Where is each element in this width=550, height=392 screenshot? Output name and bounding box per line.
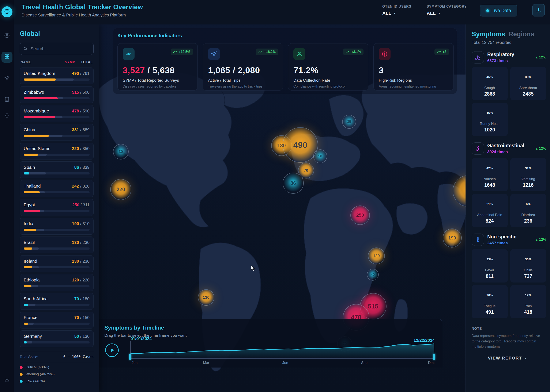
percent-ring (484, 71, 496, 83)
percent-ring (522, 198, 534, 210)
country-progress-bar (24, 191, 90, 193)
country-name: Ethiopia (24, 277, 72, 282)
bubble-value: 30 (119, 150, 123, 154)
plane-icon (208, 48, 220, 60)
country-symp-count: 242 (72, 184, 79, 189)
filter-dropdown[interactable]: ALL▼ (427, 11, 467, 16)
rail-item-profile-icon[interactable] (1, 30, 13, 41)
view-report-link[interactable]: VIEW REPORT› (472, 356, 543, 361)
legend-dot-icon (20, 380, 23, 383)
country-row[interactable]: China381 / 589 (20, 124, 94, 141)
country-symp-count: 70 (74, 296, 79, 301)
map-bubble[interactable]: 50 (313, 149, 327, 163)
country-name: Thailand (24, 183, 72, 189)
country-total-count: 180 (83, 296, 90, 301)
legend-item: Critical (>80%) (20, 365, 94, 369)
map-bubble[interactable]: 250 (350, 205, 370, 225)
country-total-count: 220 (83, 278, 90, 282)
live-data-button[interactable]: Live Data (480, 5, 517, 16)
country-row[interactable]: Brazil130 / 230 (20, 237, 94, 253)
country-symp-count: 70 (74, 315, 79, 320)
tab-regions[interactable]: Regions (508, 30, 534, 38)
country-name: South Africa (24, 296, 74, 301)
rail-item-brain-icon[interactable] (1, 111, 13, 121)
category-times: 2457 times (487, 241, 532, 245)
symptom-label: Diarrhea (521, 213, 535, 217)
timeline-handle-start[interactable] (129, 354, 131, 360)
map-bubble[interactable]: 30 (113, 144, 129, 160)
rail-item-tablet-icon[interactable] (1, 94, 13, 105)
symptom-stat-card: 31%Vomiting1216 (510, 158, 546, 191)
symptom-stat-card: 30%Chills737 (510, 249, 546, 282)
category-name: Non-specific (487, 234, 532, 240)
bubble-value: 190 (449, 235, 456, 241)
tab-symptoms[interactable]: Symptoms (472, 30, 505, 38)
country-row[interactable]: United Kingdom490 / 761 (20, 68, 94, 84)
country-row[interactable]: Spain86 / 339 (20, 161, 94, 178)
legend-label: Low (<40%) (26, 379, 45, 383)
kpi-value: 3 (379, 65, 449, 75)
filter-dropdown[interactable]: ALL▼ (382, 11, 411, 16)
map-bubble[interactable]: 490 (282, 127, 318, 163)
country-row[interactable]: Ethiopia120 / 220 (20, 274, 94, 291)
country-progress-bar (24, 304, 90, 306)
category-times: 6373 times (487, 58, 532, 63)
country-row[interactable]: South Africa70 / 180 (20, 293, 94, 310)
kpi-card: +18.2%1,065 / 2,080Active / Total TripsT… (203, 43, 283, 91)
month-label: Dec (428, 361, 434, 365)
country-row[interactable]: France70 / 150 (20, 312, 94, 329)
lungs-icon (472, 51, 484, 63)
percent-ring (484, 198, 496, 210)
rail-item-settings-gear-icon[interactable] (1, 375, 13, 386)
filter-symptom-category: SYMPTOM CATEGORYALL▼ (427, 5, 467, 16)
map-bubble[interactable]: 190 (443, 229, 462, 247)
timeline-handle-end[interactable] (433, 354, 435, 360)
country-row[interactable]: Mozambique478 / 590 (20, 105, 94, 122)
country-name: United States (24, 146, 72, 151)
symptom-label: Fatigue (484, 304, 496, 308)
timeline-chart[interactable]: 01/01/2024 12/22/2024 JanMarJunSepDec (130, 342, 434, 358)
kpi-label: Active / Total Trips (208, 78, 278, 83)
country-row[interactable]: Egypt250 / 311 (20, 199, 94, 216)
triangle-up-icon: ▲ (535, 238, 538, 241)
country-row[interactable]: India190 / 310 (20, 218, 94, 235)
symptom-stat-card: 20%Fatigue491 (472, 285, 508, 318)
symptom-count: 236 (524, 218, 532, 224)
map-bubble[interactable]: 220 (110, 179, 131, 200)
kpi-label: Data Collection Rate (293, 78, 363, 83)
country-name: United Kingdom (24, 71, 72, 76)
symptom-label: Cough (484, 86, 495, 90)
country-row[interactable]: Ireland130 / 230 (20, 255, 94, 272)
rail-item-flight-icon[interactable] (1, 73, 13, 84)
rail-item-dashboard-grid-icon[interactable] (1, 52, 13, 63)
country-row[interactable]: Germany50 / 130 (20, 330, 94, 347)
percent-ring (484, 253, 496, 265)
play-button[interactable] (105, 343, 119, 357)
symptom-stat-card: 42%Nausea1648 (472, 158, 508, 191)
map-bubble[interactable]: 35 (342, 115, 356, 129)
percent-ring (484, 106, 496, 119)
country-total-count: 590 (83, 109, 90, 113)
column-name: NAME (21, 60, 65, 64)
country-row[interactable]: Thailand242 / 320 (20, 180, 94, 197)
triangle-up-icon: ▲ (535, 147, 538, 150)
trend-up-icon (346, 51, 350, 53)
symptom-category-non-specific: Non-specific2457 times▲ 12%33%Fever81130… (472, 234, 546, 318)
country-symp-count: 86 (74, 165, 79, 170)
country-row[interactable]: United States220 / 350 (20, 143, 94, 160)
rail-item-globe-icon[interactable] (1, 6, 13, 17)
country-progress-bar (24, 285, 90, 287)
map-bubble[interactable]: 40 (367, 269, 379, 280)
map-bubble[interactable]: 120 (368, 247, 385, 264)
search-input[interactable] (30, 46, 90, 51)
filter-gten-id-users: GTEN ID USERSALL▼ (382, 5, 411, 16)
symptom-count: 737 (524, 273, 532, 279)
country-row[interactable]: Zimbabwe515 / 600 (20, 86, 94, 103)
live-data-label: Live Data (492, 8, 511, 13)
map-bubble[interactable]: 130 (198, 289, 214, 306)
symptom-label: Fever (485, 268, 494, 272)
map-bubble[interactable]: 86 (282, 173, 304, 194)
search-box[interactable] (20, 43, 94, 55)
month-label: Mar (203, 361, 209, 365)
download-button[interactable] (532, 4, 545, 16)
